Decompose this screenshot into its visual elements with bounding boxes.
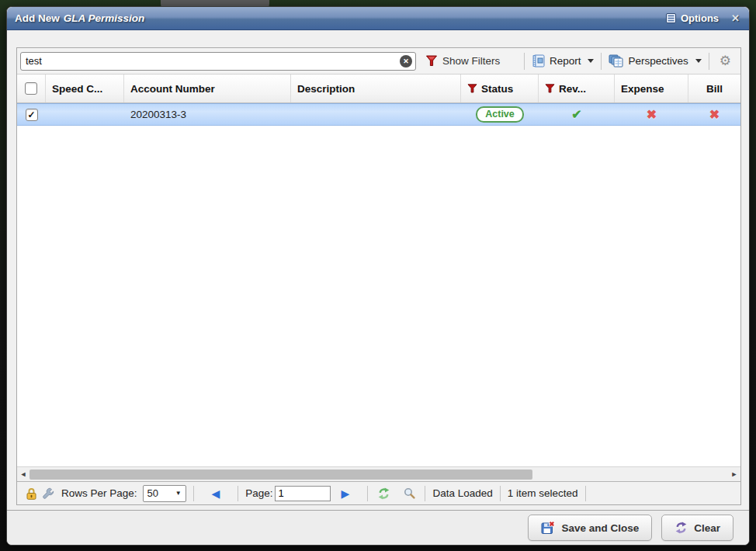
options-button[interactable]: Options [666, 12, 719, 24]
save-icon [541, 521, 555, 535]
column-label: Account Number [130, 83, 215, 95]
cell-revenue: ✔ [539, 104, 615, 125]
report-icon [532, 54, 545, 68]
expense-cross-icon: ✖ [647, 107, 657, 122]
page-label: Page: [245, 487, 272, 499]
cell-expense: ✖ [615, 104, 688, 125]
clear-label: Clear [694, 522, 720, 534]
toolbar-separator [601, 53, 602, 70]
scrollbar-track[interactable] [29, 469, 728, 480]
pager-bar: Rows Per Page: 50 ▼ ◀ Page: ▶ [17, 481, 740, 504]
chevron-down-icon [588, 59, 594, 63]
column-header-account-number[interactable]: Account Number [124, 75, 291, 102]
column-header-revenue[interactable]: Rev... [539, 75, 615, 102]
grid-panel: ✕ Show Filters [16, 47, 741, 505]
filter-funnel-icon [467, 84, 477, 93]
report-button[interactable]: Report [530, 53, 596, 69]
scroll-right-icon[interactable]: ► [728, 470, 740, 478]
show-filters-button[interactable]: Show Filters [425, 55, 500, 67]
table-header: Speed C... Account Number Description St… [17, 75, 740, 103]
column-header-description[interactable]: Description [291, 75, 461, 102]
column-header-status[interactable]: Status [461, 75, 539, 102]
clear-button[interactable]: Clear [661, 515, 733, 541]
pager-separator [585, 486, 586, 501]
dialog-titlebar[interactable]: Add NewGLA Permission Options ✕ [7, 7, 749, 30]
grid-toolbar: ✕ Show Filters [17, 48, 740, 75]
show-filters-label: Show Filters [442, 55, 500, 67]
pager-separator [238, 486, 238, 501]
pager-separator [367, 486, 368, 501]
add-permission-dialog: Add NewGLA Permission Options ✕ [6, 6, 750, 546]
close-icon[interactable]: ✕ [731, 12, 740, 24]
options-icon [666, 13, 676, 23]
data-loaded-status: Data Loaded [432, 487, 492, 499]
title-emphasis: GLA Permission [64, 12, 145, 24]
perspectives-button[interactable]: Perspectives [607, 53, 702, 69]
page-number-input[interactable] [275, 486, 331, 501]
options-label: Options [681, 12, 719, 24]
rows-per-page-value: 50 [147, 487, 158, 499]
cell-description [291, 104, 461, 125]
perspectives-icon [609, 54, 623, 68]
pager-separator [500, 486, 501, 501]
filter-funnel-icon [425, 55, 438, 67]
horizontal-scrollbar[interactable]: ◄ ► [17, 466, 740, 481]
clear-icon [675, 522, 688, 534]
next-page-icon[interactable]: ▶ [342, 487, 350, 500]
clear-search-icon[interactable]: ✕ [400, 55, 412, 68]
cell-account-number: 20200313-3 [124, 104, 291, 125]
selection-count: 1 item selected [508, 487, 578, 499]
filter-funnel-icon [545, 84, 555, 93]
grid-empty-area [17, 126, 740, 466]
column-label: Bill [706, 83, 723, 95]
report-label: Report [550, 55, 581, 67]
cell-speed-chart [46, 104, 124, 125]
cell-status: Active [461, 104, 539, 125]
gear-icon[interactable]: ⚙ [720, 54, 731, 68]
pager-separator [193, 486, 194, 501]
dialog-footer: Save and Close Clear [7, 510, 749, 545]
bill-cross-icon: ✖ [709, 107, 720, 122]
checkbox-check-icon: ✓ [27, 109, 35, 120]
scrollbar-thumb[interactable] [29, 470, 532, 480]
row-checkbox[interactable]: ✓ [26, 109, 38, 121]
perspectives-label: Perspectives [628, 55, 688, 67]
search-field-wrap: ✕ [20, 52, 416, 71]
column-label: Status [481, 83, 513, 95]
cell-bill: ✖ [688, 104, 740, 125]
previous-page-icon[interactable]: ◀ [212, 487, 220, 500]
column-header-speed-chart[interactable]: Speed C... [46, 75, 124, 102]
rows-per-page-select[interactable]: 50 ▼ [143, 485, 186, 502]
status-badge: Active [476, 106, 524, 123]
chevron-down-icon [695, 59, 702, 63]
table-row[interactable]: ✓ 20200313-3 Active ✔ ✖ ✖ [17, 103, 740, 126]
quick-search-icon[interactable] [404, 487, 415, 499]
column-header-bill[interactable]: Bill [688, 75, 740, 102]
column-label: Description [297, 83, 355, 95]
rows-per-page-label: Rows Per Page: [61, 487, 137, 499]
column-label: Rev... [559, 83, 586, 95]
revenue-check-icon: ✔ [571, 107, 581, 122]
column-label: Expense [621, 83, 664, 95]
toolbar-separator [524, 53, 525, 70]
save-and-close-label: Save and Close [561, 522, 639, 534]
dialog-title: Add NewGLA Permission [15, 12, 144, 24]
select-caret-icon: ▼ [175, 490, 182, 497]
save-and-close-button[interactable]: Save and Close [528, 515, 652, 541]
title-prefix: Add New [15, 12, 60, 24]
wrench-icon[interactable] [42, 487, 54, 500]
row-checkbox-cell: ✓ [17, 104, 46, 125]
select-all-checkbox[interactable] [25, 82, 37, 95]
select-all-cell [17, 75, 46, 102]
column-header-expense[interactable]: Expense [615, 75, 688, 102]
scroll-left-icon[interactable]: ◄ [17, 470, 29, 478]
search-input[interactable] [20, 52, 416, 71]
refresh-icon[interactable] [377, 487, 390, 500]
lock-icon[interactable] [26, 487, 37, 500]
column-label: Speed C... [52, 83, 102, 95]
toolbar-separator [709, 53, 709, 70]
pager-separator [425, 486, 425, 501]
